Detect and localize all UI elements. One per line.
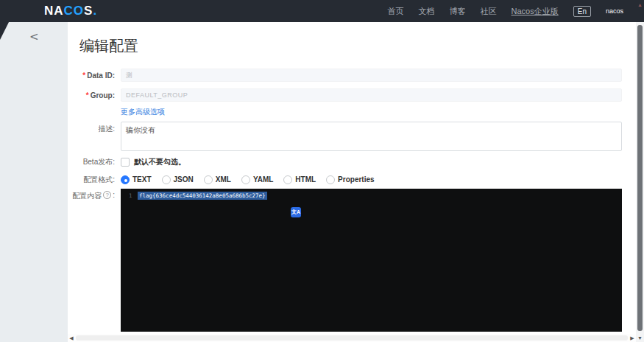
edit-config-form: * Data ID: 测 * Group: DEFAULT_GROUP 更多高级	[68, 69, 636, 332]
scroll-right-icon[interactable]: ▶	[629, 335, 636, 341]
data-id-input[interactable]: 测	[121, 69, 622, 82]
radio-icon	[283, 175, 292, 184]
radio-icon	[204, 175, 213, 184]
beta-row: Beta发布: 默认不要勾选。	[68, 157, 636, 167]
nacos-console: NACOS. 首页 文档 博客 社区 Nacos企业版 En nacos < 编…	[0, 0, 644, 342]
nav-blog[interactable]: 博客	[450, 6, 466, 17]
group-label: * Group:	[68, 88, 115, 102]
group-input[interactable]: DEFAULT_GROUP	[121, 88, 622, 102]
nav-community[interactable]: 社区	[481, 6, 497, 17]
format-option-properties[interactable]: Properties	[326, 175, 374, 184]
vertical-scrollbar[interactable]: ▲ ▼	[636, 0, 644, 342]
logo-text: NA	[44, 4, 64, 18]
description-text: 骗你没有	[126, 126, 155, 134]
format-option-json[interactable]: JSON	[162, 175, 194, 184]
advanced-options-link[interactable]: 更多高级选项	[121, 107, 165, 116]
main-content: 编辑配置 * Data ID: 测 * Group: DEFAULT_GROUP	[68, 22, 636, 342]
beta-checkbox[interactable]	[121, 158, 130, 167]
top-header: NACOS. 首页 文档 博客 社区 Nacos企业版 En nacos	[0, 0, 644, 22]
language-toggle-button[interactable]: En	[573, 6, 591, 17]
sidebar-collapse-icon[interactable]: <	[29, 32, 39, 43]
line-number: 1	[129, 192, 132, 199]
description-label: 描述:	[68, 122, 115, 151]
format-option-yaml[interactable]: YAML	[241, 175, 273, 184]
nacos-logo[interactable]: NACOS.	[44, 4, 97, 18]
radio-icon	[326, 175, 335, 184]
horizontal-scrollbar[interactable]: ◀ ▶	[68, 334, 636, 342]
radio-icon	[162, 175, 171, 184]
beta-label: Beta发布:	[68, 157, 115, 167]
page-title: 编辑配置	[79, 36, 138, 56]
data-id-value: 测	[126, 71, 133, 80]
nav-home[interactable]: 首页	[388, 6, 404, 17]
format-option-html[interactable]: HTML	[283, 175, 316, 184]
description-row: 描述: 骗你没有	[68, 122, 636, 151]
config-content-text: flag{636ce4dc544036142a8e05a686b5c27e}	[138, 192, 267, 200]
advanced-options-row: 更多高级选项	[68, 107, 636, 116]
help-icon[interactable]: ?	[103, 191, 111, 199]
group-row: * Group: DEFAULT_GROUP	[68, 88, 636, 102]
radio-icon	[241, 175, 250, 184]
header-nav: 首页 文档 博客 社区 Nacos企业版 En nacos	[388, 6, 623, 17]
config-content-editor[interactable]: 1 flag{636ce4dc544036142a8e05a686b5c27e}…	[121, 189, 622, 332]
required-asterisk: *	[82, 71, 85, 80]
content-row: 配置内容?: 1 flag{636ce4dc544036142a8e05a686…	[68, 189, 636, 332]
beta-hint: 默认不要勾选。	[134, 157, 185, 167]
scroll-down-icon[interactable]: ▼	[636, 335, 644, 341]
format-option-xml[interactable]: XML	[204, 175, 231, 184]
scroll-up-icon[interactable]: ▲	[636, 2, 644, 7]
content-label: 配置内容?:	[68, 189, 115, 332]
vertical-scrollbar-thumb[interactable]	[637, 25, 643, 331]
required-asterisk: *	[86, 91, 89, 100]
radio-selected-icon	[121, 175, 130, 184]
scroll-left-icon[interactable]: ◀	[68, 335, 75, 341]
data-id-label: * Data ID:	[68, 69, 115, 82]
username[interactable]: nacos	[606, 7, 623, 15]
format-label: 配置格式:	[68, 175, 115, 185]
collapsed-sidebar: <	[0, 22, 68, 342]
group-value: DEFAULT_GROUP	[126, 91, 188, 99]
format-row: 配置格式: TEXT JSON XML YAML	[68, 175, 636, 184]
nav-docs[interactable]: 文档	[419, 6, 435, 17]
horizontal-scrollbar-thumb[interactable]	[76, 335, 628, 341]
nav-enterprise[interactable]: Nacos企业版	[512, 6, 559, 17]
format-option-text[interactable]: TEXT	[121, 175, 152, 184]
translate-icon[interactable]: 文A	[291, 207, 301, 217]
data-id-row: * Data ID: 测	[68, 69, 636, 82]
description-textarea[interactable]: 骗你没有	[121, 122, 622, 151]
